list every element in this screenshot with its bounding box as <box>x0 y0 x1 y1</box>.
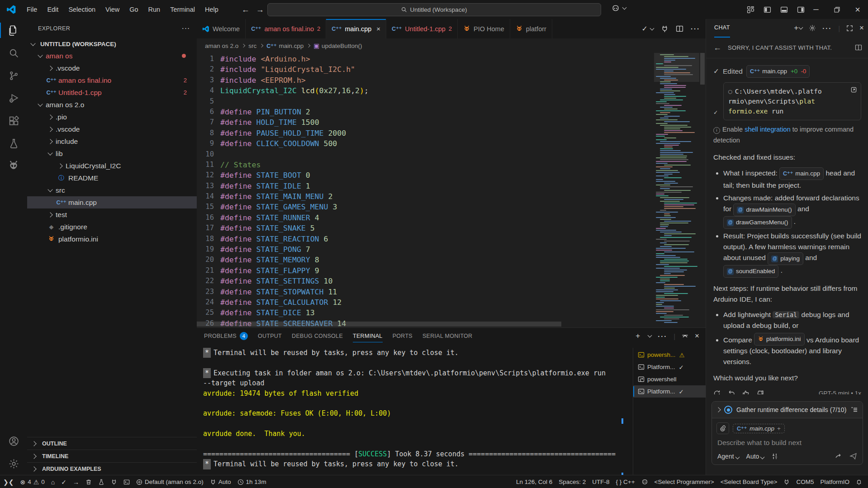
tree-item-test[interactable]: test <box>27 208 197 221</box>
breadcrumb-item[interactable]: aman os 2.o <box>205 43 238 49</box>
tree-item-untitled-1-cpp[interactable]: C⁺⁺Untitled-1.cpp2 <box>27 86 197 99</box>
terminal-instance-Platform[interactable]: Platform...✓ <box>633 361 706 373</box>
maximize-panel-icon[interactable] <box>682 333 688 340</box>
settings-gear-icon[interactable] <box>0 452 27 475</box>
testing-flask-icon[interactable] <box>0 132 27 155</box>
menu-terminal[interactable]: Terminal <box>165 3 200 16</box>
explorer-more-actions-icon[interactable]: ··· <box>182 25 191 32</box>
menu-help[interactable]: Help <box>200 3 223 16</box>
menu-run[interactable]: Run <box>143 3 166 16</box>
terminal-profile-chevron-icon[interactable] <box>648 333 652 338</box>
panel-tab-output[interactable]: OUTPUT <box>258 328 282 344</box>
symbol-chip[interactable]: @drawMainMenu() <box>733 204 795 216</box>
tab-platforr[interactable]: platforr <box>510 19 552 38</box>
symbol-chip[interactable]: @soundEnabled <box>723 265 778 278</box>
pio-terminal-button[interactable] <box>120 475 133 488</box>
pio-upload-button[interactable]: → <box>70 475 82 488</box>
serial-monitor-plug-icon[interactable] <box>661 25 669 33</box>
remote-indicator[interactable]: ❯❮ <box>0 475 17 488</box>
section-arduino-examples[interactable]: ARDUINO EXAMPLES <box>27 462 197 475</box>
platformio-alien-icon[interactable] <box>0 155 27 177</box>
tab-pio-home[interactable]: PIO Home <box>458 19 510 38</box>
split-editor-icon[interactable] <box>676 25 683 33</box>
account-icon[interactable] <box>0 430 27 452</box>
regenerate-icon[interactable] <box>713 390 721 394</box>
notifications-bell[interactable] <box>853 475 865 488</box>
close-window-button[interactable]: × <box>847 0 868 19</box>
panel-tab-problems[interactable]: PROBLEMS4 <box>204 328 248 344</box>
new-chat-button[interactable]: + <box>794 24 802 33</box>
close-chat-icon[interactable]: × <box>859 24 864 33</box>
menu-view[interactable]: View <box>100 3 124 16</box>
menu-selection[interactable]: Selection <box>63 3 100 16</box>
symbol-chip[interactable]: @drawGamesMenu() <box>723 216 792 229</box>
code-editor[interactable]: 1234567891011121314151617181920212223242… <box>197 53 706 327</box>
chat-input-box[interactable]: Gather runtime difference details (7/10)… <box>711 401 863 465</box>
symbol-chip[interactable]: @playing <box>768 252 803 265</box>
panel-tab-terminal[interactable]: TERMINAL <box>353 328 383 344</box>
close-panel-icon[interactable]: × <box>695 332 699 341</box>
chat-input-field[interactable]: Describe what to build next <box>712 435 863 449</box>
toggle-secondary-sidebar-icon[interactable] <box>797 6 805 14</box>
tree-item-liquidcrystal-i2c[interactable]: LiquidCrystal_I2C <box>27 160 197 172</box>
panel-tab-serial-monitor[interactable]: SERIAL MONITOR <box>422 328 472 344</box>
undo-icon[interactable] <box>728 390 735 394</box>
pio-clean-button[interactable] <box>82 475 95 488</box>
open-chat-editor-icon[interactable] <box>846 25 853 32</box>
files-icon[interactable] <box>0 19 27 42</box>
todo-checklist-icon[interactable] <box>851 406 858 413</box>
select-board-type[interactable]: <Select Board Type> <box>717 475 781 488</box>
tree-item-platformio-ini[interactable]: platformio.ini <box>27 233 197 245</box>
editor-more-actions-icon[interactable]: ··· <box>691 25 700 33</box>
pio-serial-monitor-button[interactable] <box>108 475 120 488</box>
edited-file-chip[interactable]: C⁺⁺ main.cpp +0 -0 <box>746 65 810 78</box>
tools-icon[interactable] <box>771 453 778 460</box>
panel-more-actions-icon[interactable]: ··· <box>658 332 667 340</box>
model-picker-dropdown[interactable]: Auto <box>746 453 764 460</box>
shell-integration-link[interactable]: shell integration <box>745 126 791 133</box>
attach-context-button[interactable] <box>716 422 729 434</box>
model-label[interactable]: GPT-5 mini • 1x <box>819 388 861 394</box>
breadcrumb-item[interactable]: ▣updateButton() <box>313 42 362 49</box>
tree-item-readme[interactable]: ⓘREADME <box>27 172 197 184</box>
customize-layout-icon[interactable] <box>747 6 754 14</box>
tab-aman-os-final-ino[interactable]: C⁺⁺aman os final.ino2 <box>246 19 326 38</box>
tree-item--pio[interactable]: .pio <box>27 111 197 123</box>
tree-item-lib[interactable]: lib <box>27 147 197 160</box>
open-in-terminal-icon[interactable] <box>850 86 857 93</box>
agent-mode-dropdown[interactable]: Agent <box>717 453 739 460</box>
serial-port-icon[interactable] <box>780 475 793 488</box>
chat-more-actions-icon[interactable]: ··· <box>822 24 832 32</box>
source-control-icon[interactable] <box>0 64 27 87</box>
breadcrumb-item[interactable]: src <box>248 43 256 49</box>
search-icon[interactable] <box>0 42 27 64</box>
copilot-status[interactable] <box>638 475 651 488</box>
new-terminal-button[interactable]: + <box>636 332 640 341</box>
serial-port[interactable]: COM5 <box>793 475 817 488</box>
terminal-output[interactable]: *Terminal will be reused by tasks, press… <box>203 348 628 474</box>
tree-item-aman-os[interactable]: aman os <box>27 50 197 62</box>
tree-item-main-cpp[interactable]: C⁺⁺main.cpp <box>27 196 197 208</box>
indentation[interactable]: Spaces: 2 <box>555 475 589 488</box>
split-chat-icon[interactable] <box>855 44 862 51</box>
menu-go[interactable]: Go <box>124 3 143 16</box>
symbol-chip[interactable]: platformio.ini <box>754 333 805 346</box>
pio-home-button[interactable]: ⌂ <box>48 475 58 488</box>
encoding[interactable]: UTF-8 <box>589 475 612 488</box>
pio-upload-check-button[interactable]: ✓ <box>642 24 654 33</box>
terminal-instance-powersh[interactable]: powersh...⚠ <box>633 349 706 361</box>
tree-item--vscode[interactable]: .vscode <box>27 62 197 74</box>
minimap[interactable] <box>654 53 699 327</box>
run-debug-icon[interactable] <box>0 87 27 109</box>
extensions-icon[interactable] <box>0 109 27 132</box>
chat-settings-gear-icon[interactable] <box>809 24 816 32</box>
session-timer[interactable]: 1h 13m <box>234 475 270 488</box>
vertical-scrollbar[interactable] <box>699 53 706 327</box>
minimize-button[interactable]: ─ <box>806 0 826 19</box>
problems-summary[interactable]: ⊗4⚠0 <box>17 475 47 488</box>
voice-arrow-icon[interactable] <box>835 453 842 460</box>
platformio-status[interactable]: PlatformIO <box>817 475 853 488</box>
pio-env-selector[interactable]: Default (aman os 2.o) <box>133 475 207 488</box>
tab-welcome[interactable]: Welcome <box>197 19 246 38</box>
tree-item-aman-os-final-ino[interactable]: C⁺⁺aman os final.ino2 <box>27 74 197 86</box>
